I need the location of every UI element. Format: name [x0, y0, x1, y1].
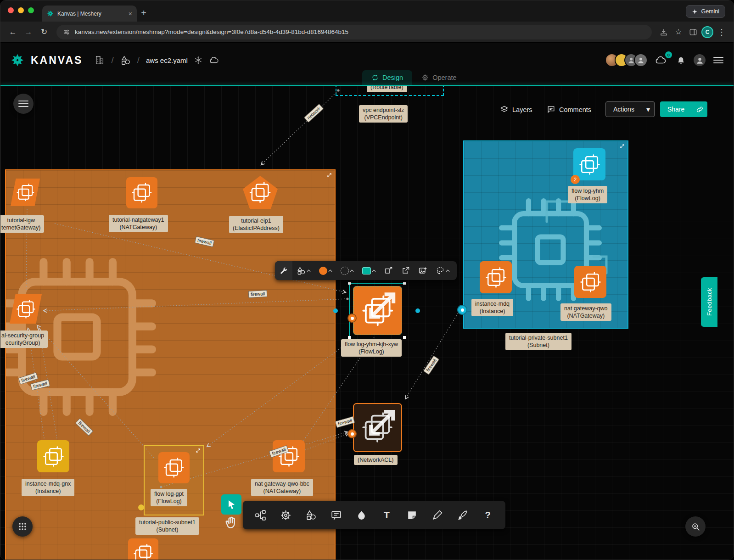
node-label-flow-log-yhm[interactable]: flow log-yhm (FlowLog): [568, 186, 607, 203]
lasso-select-button[interactable]: [431, 261, 454, 280]
feedback-tab[interactable]: Feedback: [701, 277, 717, 327]
node-label-route-table[interactable]: (RouteTable): [367, 86, 407, 92]
node-network-acl-icon[interactable]: [353, 403, 402, 452]
selection-handle[interactable]: [348, 336, 351, 339]
connections-status-button[interactable]: 0: [655, 53, 669, 67]
connection-handle[interactable]: [347, 429, 357, 438]
selection-handle[interactable]: [403, 282, 406, 285]
connection-handle[interactable]: [138, 504, 144, 510]
node-instance-mdq-icon[interactable]: [480, 261, 512, 293]
fit-view-button[interactable]: [380, 261, 397, 280]
edge-midpoint-handle[interactable]: [415, 308, 420, 313]
organization-icon[interactable]: [95, 55, 105, 65]
node-label-nat-gateway1[interactable]: tutorial-natgateway1 (NATGateway): [109, 215, 168, 232]
node-nat-gateway1-icon[interactable]: [126, 177, 157, 208]
node-label-elastic-ip[interactable]: tutorial-eip1 (ElasticIPAddress): [229, 216, 283, 233]
node-label-instance-mdq[interactable]: instance-mdq (Instance): [471, 299, 513, 316]
bookmark-star-icon[interactable]: ☆: [672, 26, 685, 39]
canvas-menu-button[interactable]: [13, 94, 34, 114]
node-nat-gateway-qwo-icon[interactable]: [574, 266, 606, 298]
connection-handle[interactable]: [457, 305, 467, 315]
collapse-icon[interactable]: [365, 406, 398, 439]
selection-handle[interactable]: [403, 336, 406, 339]
help-tool[interactable]: ?: [476, 504, 499, 526]
reload-button[interactable]: ↻: [37, 25, 51, 39]
edge-midpoint-handle[interactable]: [333, 308, 338, 313]
comment-tool[interactable]: [325, 504, 347, 526]
brush-tool[interactable]: [451, 504, 474, 526]
back-button[interactable]: ←: [6, 25, 20, 39]
node-label-public-subnet[interactable]: tutorial-public-subnet1 (Subnet): [135, 517, 199, 535]
node-label-internet-gateway[interactable]: tutorial-igw ternetGateway): [0, 215, 44, 233]
pan-tool[interactable]: [224, 515, 239, 532]
edge-label-network[interactable]: network: [304, 104, 324, 123]
collaborator-avatar-4[interactable]: [634, 53, 648, 67]
node-label-flow-log-kjh[interactable]: flow log-yhm-kjh-xyw (FlowLog): [341, 339, 402, 357]
layers-button[interactable]: Layers: [500, 105, 532, 114]
collaborator-avatars[interactable]: [605, 53, 648, 67]
collapse-icon[interactable]: [365, 289, 399, 323]
zoom-button[interactable]: [685, 516, 706, 537]
ink-tool[interactable]: [350, 504, 373, 526]
node-partially-visible-icon[interactable]: [128, 538, 158, 560]
node-nat-gateway-bbc-icon[interactable]: [273, 440, 305, 472]
toolbar-wrench-button[interactable]: [275, 261, 292, 280]
kubernetes-tool[interactable]: [275, 504, 297, 526]
browser-tab[interactable]: Kanvas | Meshery ×: [42, 6, 137, 22]
shapes-style-button[interactable]: [292, 261, 315, 280]
minimize-window-button[interactable]: [18, 7, 24, 13]
maximize-window-button[interactable]: [28, 7, 34, 13]
side-panel-icon[interactable]: [687, 26, 700, 39]
pen-tool[interactable]: [426, 504, 448, 526]
node-flow-log-kjh-icon[interactable]: [353, 286, 402, 335]
components-tool[interactable]: [249, 504, 272, 526]
shapes-tool[interactable]: [300, 504, 322, 526]
edge-label-firewall[interactable]: firewall: [335, 416, 355, 428]
url-bar[interactable]: kanvas.new/extension/meshmap?mode=design…: [56, 25, 652, 39]
share-link-button[interactable]: [692, 101, 707, 117]
node-label-network-acl[interactable]: (NetworkACL): [354, 455, 398, 465]
cloud-save-icon[interactable]: [209, 55, 219, 65]
note-tool[interactable]: [401, 504, 423, 526]
collapse-icon[interactable]: [620, 144, 625, 149]
save-page-icon[interactable]: [657, 26, 670, 39]
design-canvas[interactable]: network firewall firewall firewall firew…: [0, 86, 734, 560]
node-label-private-subnet[interactable]: tutorial-private-subnet1 (Subnet): [505, 333, 572, 350]
node-flow-log-gpt-icon[interactable]: [158, 452, 190, 483]
collapse-icon[interactable]: [327, 173, 332, 178]
app-menu-icon[interactable]: [713, 55, 723, 65]
container-style-button[interactable]: [358, 261, 380, 280]
edge-label-firewall[interactable]: firewall: [248, 290, 268, 298]
actions-dropdown-button[interactable]: ▾: [642, 101, 655, 117]
tab-close-icon[interactable]: ×: [129, 10, 132, 17]
node-flow-log-gpt-container[interactable]: flow log-gpt (FlowLog): [144, 445, 204, 515]
site-settings-icon[interactable]: [63, 28, 70, 36]
tab-design[interactable]: Design: [362, 70, 412, 86]
forward-button[interactable]: →: [22, 25, 35, 39]
collapse-icon[interactable]: [196, 448, 201, 453]
edge-label-firewall[interactable]: firewall: [423, 355, 439, 375]
fill-color-button[interactable]: [315, 261, 336, 280]
connection-handle[interactable]: [347, 314, 357, 323]
dash-style-button[interactable]: [336, 261, 358, 280]
open-in-new-button[interactable]: [397, 261, 414, 280]
selection-handle[interactable]: [348, 282, 351, 285]
node-label-flow-log-gpt[interactable]: flow log-gpt (FlowLog): [151, 489, 187, 506]
node-label-security-group[interactable]: al-security-group ecurityGroup): [0, 330, 48, 348]
tab-operate[interactable]: Operate: [412, 70, 465, 86]
bell-icon[interactable]: [676, 56, 686, 65]
node-label-vpc-endpoint[interactable]: vpc endpoint-slz (VPCEndpoint): [359, 105, 408, 123]
browser-profile-avatar[interactable]: C: [701, 26, 713, 38]
designs-icon[interactable]: [120, 55, 131, 66]
user-avatar[interactable]: [693, 53, 706, 67]
share-button[interactable]: Share: [660, 101, 692, 117]
node-label-nat-gateway-qwo[interactable]: nat gateway-qwo (NATGateway): [560, 303, 611, 321]
design-file-name[interactable]: aws ec2.yaml: [146, 56, 188, 64]
actions-button[interactable]: Actions: [605, 101, 642, 117]
select-tool[interactable]: [221, 494, 241, 515]
grid-menu-button[interactable]: [12, 516, 33, 537]
close-window-button[interactable]: [8, 7, 14, 13]
kanvas-logo-icon[interactable]: [11, 53, 24, 67]
node-instance-gnx-icon[interactable]: [37, 440, 69, 472]
gemini-badge[interactable]: Gemini: [686, 5, 725, 18]
